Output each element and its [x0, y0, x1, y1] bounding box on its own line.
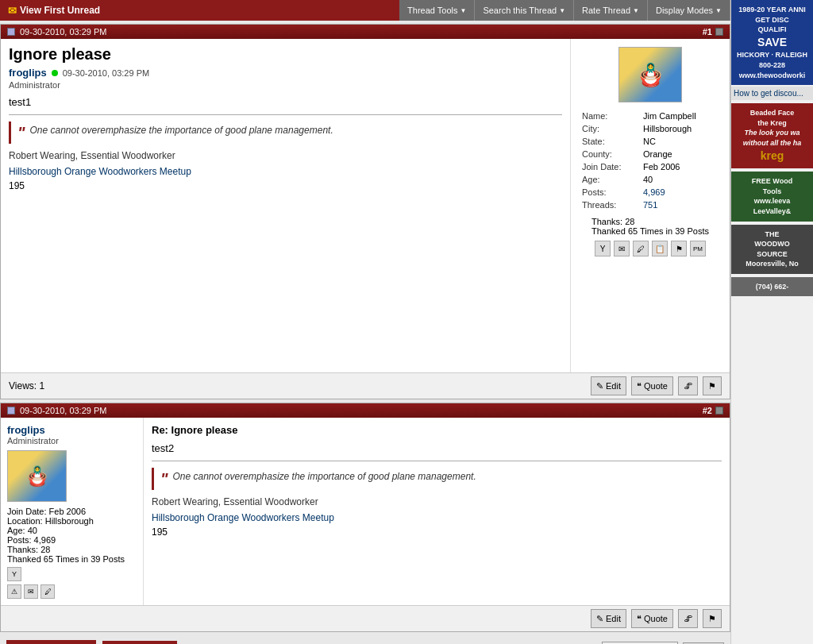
edit-button-p1[interactable]: ✎ Edit: [591, 376, 626, 395]
post-2-avatar: 🪆: [7, 450, 67, 502]
user-info-table: Name:Jim Campbell City:Hillsborough Stat…: [579, 109, 722, 212]
multiquote-button-p2[interactable]: 🖇: [678, 609, 698, 628]
user-threads-link[interactable]: 751: [643, 200, 657, 210]
post-2-sidebar: froglips Administrator 🪆 Join Date: Feb …: [1, 418, 144, 605]
user-posts-link[interactable]: 4,969: [643, 187, 665, 197]
post-2-thanks: Thanks: 28: [7, 545, 137, 554]
quote-mark-icon: ": [17, 125, 25, 141]
rate-thread-btn[interactable]: Rate Thread ▼: [574, 0, 648, 21]
post-1-quote-text: One cannot overemphasize the importance …: [29, 125, 333, 136]
user-county: Orange: [642, 148, 720, 160]
view-first-unread[interactable]: ✉ View First Unread: [0, 5, 399, 17]
post-1-author-rank: Administrator: [9, 80, 562, 90]
user-age: 40: [642, 174, 720, 185]
user-joindate: Feb 2006: [642, 161, 720, 172]
post-1-action-btns: ✎ Edit ❝ Quote 🖇 ⚑: [591, 376, 722, 395]
ad-4[interactable]: THEWOODWOSOURCEMooresville, No: [731, 225, 813, 274]
multiquote-button-p1[interactable]: 🖇: [678, 376, 698, 395]
post-2-icon-alert[interactable]: ⚠: [7, 584, 21, 599]
post-2-author-link[interactable]: froglips: [7, 424, 45, 436]
chevron-down-icon: ▼: [460, 7, 466, 14]
post-divider: [9, 114, 562, 115]
post-header-icon: [7, 28, 15, 36]
ad-discount-link[interactable]: How to get discou...: [731, 87, 813, 100]
ad-1[interactable]: 1989-20 YEAR ANNIGET DISCQUALIFISAVEHICK…: [731, 0, 813, 85]
ad-5[interactable]: (704) 662-: [731, 277, 813, 297]
post-2-mini-icon: [715, 407, 723, 415]
post-1-text: test1: [9, 96, 562, 108]
post-1-inline-date: 09-30-2010, 03:29 PM: [63, 68, 149, 78]
sidebar-icon-pm[interactable]: PM: [690, 241, 706, 256]
quote-button-p1[interactable]: ❝ Quote: [631, 376, 673, 395]
sidebar-icon-3[interactable]: 🖊: [633, 241, 649, 256]
post-2-author-rank: Administrator: [7, 436, 137, 445]
post-1-sidebar: 🪆 Name:Jim Campbell City:Hillsborough St…: [571, 39, 730, 372]
user-thanks: Thanks: 28 Thanked 65 Times in 39 Posts: [591, 217, 709, 236]
post-1-header: 09-30-2010, 03:29 PM #1: [1, 25, 730, 39]
post-2-sidebar-icons: Y: [7, 567, 137, 581]
new-posts-button[interactable]: New Posts: [102, 641, 177, 645]
post-1-content: Ignore please froglips 09-30-2010, 03:29…: [1, 39, 571, 372]
quote-button-p2[interactable]: ❝ Quote: [631, 609, 673, 628]
display-modes-btn[interactable]: Display Modes ▼: [648, 0, 730, 21]
post-2-action-btns: ✎ Edit ❝ Quote 🖇 ⚑: [591, 609, 722, 628]
user-name: Jim Campbell: [642, 110, 720, 121]
post-1-views-bar: Views: 1 ✎ Edit ❝ Quote 🖇 ⚑: [1, 372, 730, 399]
post-reply-button[interactable]: ✎ Post Reply: [6, 640, 96, 644]
post-1-title: Ignore please: [9, 45, 562, 64]
post-1-signature: Robert Wearing, Essential Woodworker: [9, 150, 562, 161]
edit-button-p2[interactable]: ✎ Edit: [591, 609, 626, 628]
ad-sidebar: 1989-20 YEAR ANNIGET DISCQUALIFISAVEHICK…: [730, 0, 813, 644]
sidebar-icon-1[interactable]: Y: [595, 241, 611, 256]
post-2-quote: " One cannot overemphasize the importanc…: [152, 468, 722, 490]
user-city: Hillsborough: [642, 123, 720, 134]
post-2: 09-30-2010, 03:29 PM #2 froglips Adminis…: [0, 403, 730, 632]
chevron-down-icon: ▼: [633, 7, 639, 14]
sidebar-icon-4[interactable]: 📋: [652, 241, 668, 256]
post-2-sidebar-icon-y[interactable]: Y: [7, 567, 21, 581]
ad-2[interactable]: Beaded Facethe KregThe look you wawithou…: [731, 103, 813, 168]
post-1-195: 195: [9, 180, 562, 191]
post-2-signature: Robert Wearing, Essential Woodworker: [152, 496, 722, 507]
top-nav-bar: ✉ View First Unread Thread Tools ▼ Searc…: [0, 0, 730, 21]
post-1-author-link[interactable]: froglips: [9, 67, 47, 79]
post-2-quote-text: One cannot overemphasize the importance …: [172, 471, 476, 482]
post-2-location: Location: Hillsborough: [7, 516, 137, 526]
post-1: 09-30-2010, 03:29 PM #1 Ignore please fr…: [0, 24, 730, 399]
post-2-body: froglips Administrator 🪆 Join Date: Feb …: [1, 418, 730, 605]
search-thread-btn[interactable]: Search this Thread ▼: [475, 0, 574, 21]
post-1-date: 09-30-2010, 03:29 PM: [20, 27, 106, 37]
post-2-actions-bar: ✎ Edit ❝ Quote 🖇 ⚑: [1, 605, 730, 631]
post-1-avatar-wrapper: 🪆: [618, 47, 682, 102]
post-2-number: #2: [703, 406, 712, 415]
post-2-divider: [152, 461, 722, 461]
post-1-avatar: 🪆: [618, 47, 682, 102]
post-1-link[interactable]: Hillsborough Orange Woodworkers Meetup: [9, 166, 191, 177]
post-1-author-line: froglips 09-30-2010, 03:29 PM: [9, 67, 562, 79]
report-button-p1[interactable]: ⚑: [703, 376, 722, 395]
post-1-body: Ignore please froglips 09-30-2010, 03:29…: [1, 39, 730, 372]
sidebar-action-icons: Y ✉ 🖊 📋 ⚑ PM: [595, 241, 706, 256]
post-2-date: 09-30-2010, 03:29 PM: [20, 406, 106, 415]
post-2-content: Re: Ignore please test2 " One cannot ove…: [144, 418, 730, 605]
envelope-icon: ✉: [8, 5, 17, 17]
bottom-bar: ✎ Post Reply New Posts Moderation Merge …: [0, 635, 730, 644]
post-2-thanked: Thanked 65 Times in 39 Posts: [7, 554, 137, 564]
chevron-down-icon: ▼: [715, 7, 722, 14]
post-2-header: 09-30-2010, 03:29 PM #2: [1, 403, 730, 418]
post-1-quote: " One cannot overemphasize the importanc…: [9, 121, 562, 144]
thread-tools-btn[interactable]: Thread Tools ▼: [399, 0, 475, 21]
post-mini-icon: [715, 28, 723, 36]
report-button-p2[interactable]: ⚑: [703, 609, 722, 628]
post-2-link[interactable]: Hillsborough Orange Woodworkers Meetup: [152, 512, 334, 523]
sidebar-icon-5[interactable]: ⚑: [671, 241, 687, 256]
post-2-icon-edit[interactable]: 🖊: [40, 584, 55, 599]
post-2-195: 195: [152, 526, 722, 538]
user-state: NC: [642, 136, 720, 147]
view-first-unread-label: View First Unread: [20, 5, 100, 16]
ad-3[interactable]: FREE WoodToolswww.leevaLeeValley&: [731, 172, 813, 221]
post-1-number: #1: [703, 27, 712, 37]
sidebar-icon-2[interactable]: ✉: [614, 241, 630, 256]
online-status-dot: [52, 70, 58, 76]
post-2-icon-mail[interactable]: ✉: [24, 584, 38, 599]
